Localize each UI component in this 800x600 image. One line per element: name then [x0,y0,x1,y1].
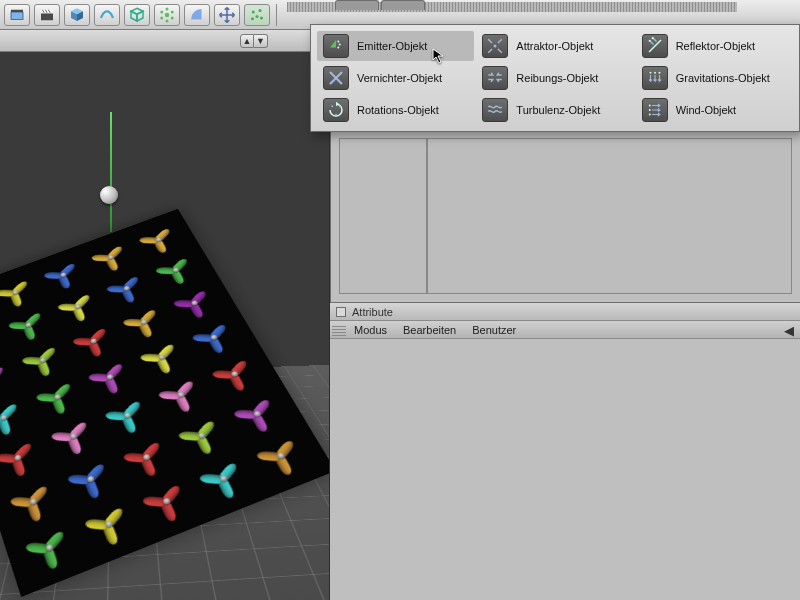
propeller [226,389,289,439]
svg-point-11 [166,7,169,10]
tool-array-icon[interactable] [154,4,180,26]
tool-clapper-icon[interactable] [34,4,60,26]
svg-point-30 [654,72,656,74]
toolbar-tab[interactable] [381,0,425,10]
svg-point-14 [166,19,169,22]
destructor-icon [323,66,349,90]
svg-point-31 [658,72,660,74]
attribute-panel-title: Attribute [352,306,393,318]
light-object[interactable] [100,186,118,204]
svg-marker-8 [131,11,137,21]
flyout-item-attractor[interactable]: Attraktor-Objekt [476,31,633,61]
svg-point-18 [259,9,262,12]
flyout-item-turbulence[interactable]: Turbulenz-Objekt [476,95,633,125]
turbulence-icon [482,98,508,122]
svg-point-25 [337,47,339,49]
attribute-menu-item[interactable]: Benutzer [472,324,516,336]
particle-flyout-menu: Emitter-ObjektAttraktor-ObjektReflektor-… [310,24,800,132]
propeller [3,305,55,347]
svg-point-26 [494,45,497,48]
attribute-menu-item[interactable]: Modus [354,324,387,336]
propeller [77,496,140,553]
spinner-control[interactable]: ▲▼ [240,34,268,48]
friction-icon [482,66,508,90]
flyout-item-reflector[interactable]: Reflektor-Objekt [636,31,793,61]
rotation-icon [323,98,349,122]
svg-point-16 [160,10,163,13]
svg-marker-39 [433,49,443,63]
flyout-item-gravity[interactable]: Gravitations-Objekt [636,63,793,93]
viewport-3d[interactable] [0,52,330,600]
attribute-panel-header: Attribute [330,303,800,321]
mouse-cursor-icon [432,48,448,66]
tool-container-icon[interactable] [124,4,150,26]
wind-icon [642,98,668,122]
tool-cube-icon[interactable] [64,4,90,26]
svg-point-19 [256,15,259,18]
tool-deformer-icon[interactable] [94,4,120,26]
propeller [133,221,185,259]
panel-grip-icon[interactable] [332,324,346,336]
object-manager-column[interactable] [427,138,792,294]
svg-point-34 [339,105,341,107]
propeller [16,338,70,383]
svg-point-37 [648,109,650,111]
tool-particle-icon[interactable] [244,4,270,26]
axis-y-gizmo [110,112,112,232]
reflector-icon [642,34,668,58]
propeller [52,286,105,328]
flyout-item-label: Reflektor-Objekt [676,40,755,52]
panel-collapse-icon[interactable] [336,307,346,317]
flyout-item-destructor[interactable]: Vernichter-Objekt [317,63,474,93]
svg-marker-9 [137,11,143,21]
svg-point-36 [648,105,650,107]
propeller [44,412,102,462]
svg-rect-0 [11,12,23,20]
propeller [0,433,47,484]
flyout-item-label: Gravitations-Objekt [676,72,770,84]
svg-rect-2 [41,13,53,20]
tool-move-icon[interactable] [214,4,240,26]
propeller [135,474,199,530]
attribute-menu-item[interactable]: Bearbeiten [403,324,456,336]
svg-point-23 [337,41,339,43]
svg-point-33 [331,105,333,107]
flyout-item-label: Wind-Objekt [676,104,737,116]
propeller [152,371,212,419]
propeller [248,429,314,482]
flyout-item-friction[interactable]: Reibungs-Objekt [476,63,633,93]
propeller [166,282,222,324]
flyout-item-rotation[interactable]: Rotations-Objekt [317,95,474,125]
object-manager-column[interactable] [339,138,427,294]
flyout-item-label: Attraktor-Objekt [516,40,593,52]
svg-point-29 [649,72,651,74]
svg-point-10 [165,12,170,17]
tool-scene-icon[interactable] [4,4,30,26]
tool-wedge-icon[interactable] [184,4,210,26]
svg-rect-1 [11,9,23,11]
toolbar-tab[interactable] [335,0,379,10]
attractor-icon [482,34,508,58]
gravity-icon [642,66,668,90]
propeller [60,453,121,506]
flyout-item-label: Rotations-Objekt [357,104,439,116]
propeller [205,351,266,398]
propeller [30,374,86,421]
svg-marker-32 [336,102,339,107]
flyout-item-emitter[interactable]: Emitter-Objekt [317,31,474,61]
svg-point-15 [160,16,163,19]
attribute-nav-back-icon[interactable]: ◀ [784,323,794,338]
flyout-item-label: Reibungs-Objekt [516,72,598,84]
toolbar-tabs [335,0,425,10]
flyout-item-wind[interactable]: Wind-Objekt [636,95,793,125]
propeller [66,319,121,363]
propeller [192,451,257,505]
propeller [134,335,192,381]
svg-point-12 [171,10,174,13]
svg-point-28 [651,37,653,39]
svg-point-17 [252,10,255,13]
flyout-item-label: Turbulenz-Objekt [516,104,600,116]
propeller [171,410,233,461]
propeller [101,268,154,309]
propeller [116,431,178,483]
